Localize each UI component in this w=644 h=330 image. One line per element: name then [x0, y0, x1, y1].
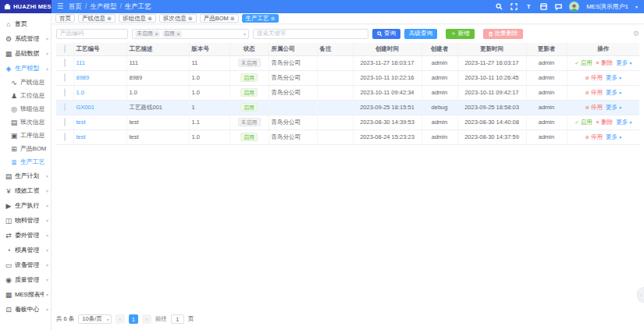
row-checkbox[interactable]: [64, 88, 66, 97]
tag-close-icon[interactable]: ✕: [176, 31, 180, 37]
row-checkbox[interactable]: [64, 118, 66, 126]
sidebar-item-outsourcing-mgmt[interactable]: ⇄委外管理▾: [0, 228, 51, 243]
sidebar-item-mold-mgmt[interactable]: ◔模具管理▾: [0, 243, 51, 257]
sidebar-item-product-bom[interactable]: ⊞产品BOM: [0, 142, 51, 155]
action-more[interactable]: 更多 ▾: [616, 59, 632, 66]
version: 1.0: [189, 70, 229, 85]
goto-page-input[interactable]: 1: [171, 314, 184, 324]
sidebar-item-production-model[interactable]: ◈生产模型▴: [0, 61, 51, 76]
status-badge: 未启用: [238, 59, 261, 67]
table-row[interactable]: testtest1.1未启用青岛分公司2023-08-30 14:39:53ad…: [56, 115, 639, 130]
process-code-link[interactable]: GX001: [76, 104, 94, 111]
select-all-checkbox[interactable]: [64, 44, 66, 53]
breadcrumb-home[interactable]: 首页: [69, 2, 82, 12]
sidebar-collapse-icon[interactable]: ☰: [57, 3, 63, 10]
message-icon[interactable]: [554, 3, 562, 11]
process-code-link[interactable]: test: [76, 119, 86, 126]
sidebar-item-mes-report-center[interactable]: ▦MES报表中心▾: [0, 287, 51, 302]
sidebar-item-kanban-center[interactable]: ⊡看板中心▾: [0, 302, 51, 317]
action-enable[interactable]: ✓ 启用: [575, 119, 592, 126]
tab-team-info[interactable]: 班组信息⊗: [119, 14, 156, 23]
action-more[interactable]: 更多 ▾: [606, 104, 621, 111]
table-row[interactable]: testtest1.0启用青岛分公司2023-08-24 15:23:23adm…: [56, 130, 639, 144]
tab-shift-info[interactable]: 班次信息⊗: [159, 14, 197, 23]
action-remove[interactable]: ⊘ 停用: [585, 133, 603, 140]
table-row[interactable]: 1.01.01.0启用青岛分公司2023-10-11 09:42:34admin…: [56, 85, 639, 100]
action-more[interactable]: 更多 ▾: [606, 74, 621, 81]
action-more[interactable]: 更多 ▾: [606, 133, 621, 140]
keyword-input[interactable]: 搜索关键字: [253, 29, 368, 39]
sidebar-item-equipment-mgmt[interactable]: ▭设备管理▾: [0, 257, 51, 272]
product-code-input[interactable]: 产品编码: [56, 29, 128, 39]
font-size-icon[interactable]: T: [525, 3, 532, 11]
sidebar-item-production-execution[interactable]: ▶生产执行▾: [0, 198, 51, 213]
sidebar-item-team-info[interactable]: ◎班组信息: [0, 102, 51, 115]
username[interactable]: MES演示用户1: [586, 2, 628, 11]
sidebar-item-performance-wage[interactable]: ¥绩效工资▾: [0, 183, 51, 198]
tab-close-icon[interactable]: ⊗: [271, 16, 276, 21]
sidebar-item-base-data[interactable]: ▦基础数据▾: [0, 46, 51, 61]
search-icon[interactable]: [495, 3, 503, 11]
sidebar-item-station-info[interactable]: ♟工位信息: [0, 89, 51, 102]
tab-home[interactable]: 首页: [55, 14, 75, 23]
breadcrumb-module[interactable]: 生产模型: [90, 2, 116, 12]
action-enable[interactable]: ✓ 启用: [575, 59, 592, 66]
row-checkbox[interactable]: [64, 59, 66, 67]
status-select[interactable]: 未启用 ✕ 启用 ✕ ▾: [132, 29, 249, 39]
action-remove[interactable]: ⊘ 停用: [585, 104, 603, 111]
table-row[interactable]: GX001工艺路线0011启用2023-09-25 18:15:51debug2…: [56, 100, 639, 115]
action-remove[interactable]: ⊘ 停用: [585, 89, 603, 96]
tab-product-bom[interactable]: 产品BOM⊗: [200, 14, 239, 23]
product-bom-icon: ⊞: [10, 145, 18, 153]
row-checkbox[interactable]: [64, 73, 66, 82]
action-more[interactable]: 更多 ▾: [616, 119, 632, 126]
quick-panel-handle[interactable]: ‹: [637, 287, 644, 303]
action-more[interactable]: 更多 ▾: [606, 89, 621, 96]
tab-line-info[interactable]: 产线信息⊗: [78, 14, 116, 23]
sidebar-item-shift-info[interactable]: ▤班次信息: [0, 115, 51, 129]
sidebar-item-home[interactable]: ⌂首页: [0, 16, 51, 31]
layout-icon[interactable]: [539, 3, 547, 11]
column-settings-icon[interactable]: ⚙: [633, 30, 639, 37]
user-menu-caret-icon[interactable]: ▾: [635, 4, 638, 9]
sidebar-item-quality-mgmt[interactable]: ◉质量管理▾: [0, 272, 51, 287]
tab-close-icon[interactable]: ⊗: [230, 16, 235, 21]
fullscreen-icon[interactable]: [510, 3, 518, 11]
process-code-link[interactable]: 1.0: [76, 89, 84, 96]
avatar[interactable]: [569, 2, 579, 12]
action-remove[interactable]: ✕ 删除: [596, 59, 614, 66]
page-number-button[interactable]: 1: [129, 314, 138, 324]
query-button[interactable]: 查询: [372, 29, 400, 39]
advanced-query-button[interactable]: 高级查询: [404, 29, 437, 39]
process-code-link[interactable]: test: [76, 133, 86, 140]
row-checkbox[interactable]: [64, 103, 66, 112]
tab-close-icon[interactable]: ⊗: [107, 16, 112, 21]
sidebar-item-production-plan[interactable]: ▤生产计划▾: [0, 169, 51, 183]
tab-production-craft[interactable]: 生产工艺⊗: [242, 14, 279, 23]
action-remove[interactable]: ⊘ 停用: [585, 74, 603, 81]
version: 1.0: [189, 130, 229, 144]
batch-delete-button[interactable]: 批量删除: [483, 29, 523, 39]
sidebar-item-line-info[interactable]: ∿产线信息: [0, 76, 51, 89]
row-checkbox[interactable]: [64, 133, 66, 141]
action-remove[interactable]: ✕ 删除: [596, 119, 614, 126]
table-row[interactable]: 11111111未启用青岛分公司2023-11-27 16:03:17admin…: [56, 55, 639, 70]
tag-close-icon[interactable]: ✕: [155, 31, 158, 37]
sidebar-item-process-step-info[interactable]: ▣工序信息: [0, 129, 51, 142]
table-row[interactable]: 898989891.0启用青岛分公司2023-10-11 10:22:16adm…: [56, 70, 639, 85]
page-size-select[interactable]: 10条/页 ▾: [78, 314, 111, 324]
process-code-link[interactable]: 8989: [76, 74, 90, 81]
add-button[interactable]: ＋ 新增: [446, 29, 475, 39]
status-tag[interactable]: 启用 ✕: [162, 30, 182, 37]
tab-close-icon[interactable]: ⊗: [148, 16, 152, 21]
sidebar-item-system-mgmt[interactable]: ⚙系统管理▾: [0, 31, 51, 46]
next-page-button[interactable]: ›: [142, 314, 151, 324]
prev-page-button[interactable]: ‹: [116, 314, 125, 324]
goto-label: 前往: [155, 315, 167, 323]
sidebar-item-material-mgmt[interactable]: ◫物料管理▾: [0, 213, 51, 228]
process-code-link[interactable]: 111: [76, 59, 85, 66]
status-tag[interactable]: 未启用 ✕: [135, 30, 160, 37]
column-header: 更新者: [526, 43, 567, 55]
sidebar-item-production-craft[interactable]: ≣生产工艺: [0, 155, 51, 169]
tab-close-icon[interactable]: ⊗: [188, 16, 193, 21]
